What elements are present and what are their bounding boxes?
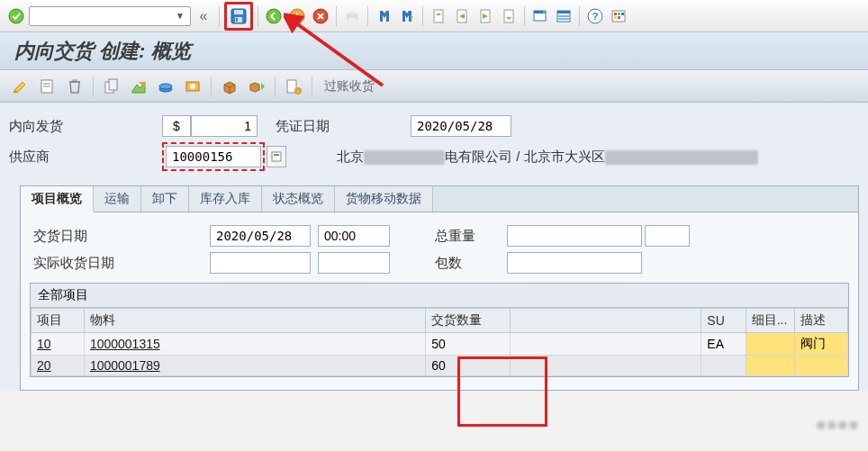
prev-page-icon[interactable]	[451, 5, 473, 27]
col-qty[interactable]: 交货数量	[426, 309, 511, 333]
total-weight-field[interactable]	[507, 225, 642, 247]
cell-qty[interactable]: 60	[426, 356, 511, 376]
table-row[interactable]: 20 1000001789 60	[32, 356, 848, 376]
packages-field[interactable]	[507, 252, 642, 274]
history-back-icon[interactable]: «	[193, 5, 214, 27]
help-icon[interactable]: ?	[584, 5, 606, 27]
svg-rect-25	[558, 15, 569, 17]
tab-item-overview[interactable]: 项目概览	[21, 186, 94, 212]
cell-detail[interactable]	[746, 333, 794, 356]
price-icon[interactable]	[181, 75, 204, 98]
svg-marker-11	[411, 15, 413, 19]
exit-button[interactable]	[286, 5, 308, 27]
last-page-icon[interactable]	[498, 5, 520, 27]
svg-rect-2	[234, 10, 243, 14]
svg-marker-53	[261, 83, 265, 90]
doc-date-label: 凭证日期	[276, 118, 411, 135]
cell-material[interactable]: 1000001789	[84, 356, 425, 376]
first-page-icon[interactable]	[428, 5, 449, 27]
deliv-time-field[interactable]: 00:00	[318, 225, 390, 247]
tab-status-overview[interactable]: 状态概览	[262, 186, 335, 212]
other-doc-icon[interactable]	[36, 75, 59, 98]
cell-gap	[510, 333, 701, 356]
svg-rect-4	[236, 18, 238, 22]
watermark: ●●●●	[816, 414, 859, 435]
cell-item[interactable]: 20	[32, 356, 85, 376]
deliv-date-label: 交货日期	[30, 228, 210, 245]
svg-rect-58	[274, 154, 279, 156]
inbound-number: 1	[191, 115, 258, 137]
chevron-down-icon[interactable]: ▼	[174, 11, 186, 21]
svg-point-0	[9, 9, 23, 23]
svg-rect-41	[73, 80, 77, 82]
customize-icon[interactable]	[608, 5, 629, 27]
tab-stock-placement[interactable]: 库存入库	[189, 186, 262, 212]
layout-icon[interactable]	[553, 5, 574, 27]
table-row[interactable]: 10 1000001315 50 EA 阀门	[32, 333, 848, 356]
tab-goods-movement[interactable]: 货物移动数据	[335, 186, 433, 212]
tab-strip: 项目概览 运输 卸下 库存入库 状态概览 货物移动数据	[21, 186, 858, 212]
actual-gr-date-field[interactable]	[210, 252, 311, 274]
items-panel: 全部项目 项目 物料 交货数量 SU 细目... 描述	[30, 283, 849, 377]
incompletion-icon[interactable]: !	[282, 75, 305, 98]
pack-split-icon[interactable]	[245, 75, 268, 98]
delete-icon[interactable]	[63, 75, 86, 98]
pack-icon[interactable]	[218, 75, 241, 98]
cell-item[interactable]: 10	[32, 333, 85, 356]
accept-icon[interactable]	[5, 5, 27, 27]
next-page-icon[interactable]	[475, 5, 496, 27]
find-next-icon[interactable]	[396, 5, 418, 27]
svg-rect-30	[614, 13, 617, 15]
cell-detail[interactable]	[746, 356, 794, 376]
cell-material[interactable]: 1000001315	[84, 333, 425, 356]
command-field[interactable]: ▼	[29, 6, 191, 26]
weight-unit-field[interactable]	[645, 225, 690, 247]
chart-icon[interactable]	[127, 75, 150, 98]
actual-gr-time-field[interactable]	[318, 252, 390, 274]
col-material[interactable]: 物料	[84, 309, 425, 333]
save-highlight-box	[224, 2, 253, 31]
cell-gap	[510, 356, 701, 376]
tab-unload[interactable]: 卸下	[141, 186, 189, 212]
application-toolbar: ! 过账收货	[0, 70, 868, 103]
items-table: 项目 物料 交货数量 SU 细目... 描述 10 1000001315	[31, 308, 848, 376]
svg-point-47	[159, 84, 172, 89]
total-weight-label: 总重量	[435, 228, 507, 245]
save-button[interactable]	[228, 5, 249, 27]
system-toolbar: ▼ « ?	[0, 0, 868, 32]
col-su[interactable]: SU	[701, 309, 746, 333]
copy-icon[interactable]	[100, 75, 123, 98]
svg-rect-10	[348, 18, 356, 23]
services-icon[interactable]	[154, 75, 177, 98]
post-goods-receipt-button[interactable]: 过账收货	[319, 78, 380, 95]
cancel-button[interactable]	[310, 5, 331, 27]
main-area: 内向发货 $ 1 凭证日期 2020/05/28 供应商 10000156 北京…	[0, 103, 868, 391]
deliv-date-field[interactable]: 2020/05/28	[210, 225, 311, 247]
col-item[interactable]: 项目	[32, 309, 85, 333]
print-icon	[341, 5, 363, 27]
col-detail[interactable]: 细目...	[746, 309, 794, 333]
inbound-prefix: $	[162, 115, 191, 137]
tab-transport[interactable]: 运输	[94, 186, 141, 212]
find-icon[interactable]	[373, 5, 394, 27]
svg-rect-12	[434, 10, 443, 23]
svg-rect-31	[618, 13, 620, 15]
cell-qty[interactable]: 50	[426, 333, 511, 356]
svg-rect-34	[618, 16, 620, 19]
display-change-icon[interactable]	[9, 75, 32, 98]
svg-rect-57	[272, 152, 281, 161]
svg-rect-18	[504, 10, 513, 23]
svg-rect-24	[557, 11, 570, 14]
back-button[interactable]	[263, 5, 285, 27]
col-desc[interactable]: 描述	[795, 309, 848, 333]
new-session-icon[interactable]	[529, 5, 551, 27]
cell-desc	[795, 356, 848, 376]
tab-body: 交货日期 2020/05/28 00:00 总重量 实际收货日期 包数 全部项目	[21, 212, 858, 390]
packages-label: 包数	[435, 255, 507, 272]
cell-su: EA	[701, 333, 746, 356]
doc-date-field[interactable]: 2020/05/28	[411, 115, 511, 137]
items-panel-title: 全部项目	[31, 284, 848, 308]
search-help-icon[interactable]	[267, 146, 286, 167]
svg-rect-33	[614, 16, 617, 19]
vendor-code-field[interactable]: 10000156	[166, 146, 261, 167]
